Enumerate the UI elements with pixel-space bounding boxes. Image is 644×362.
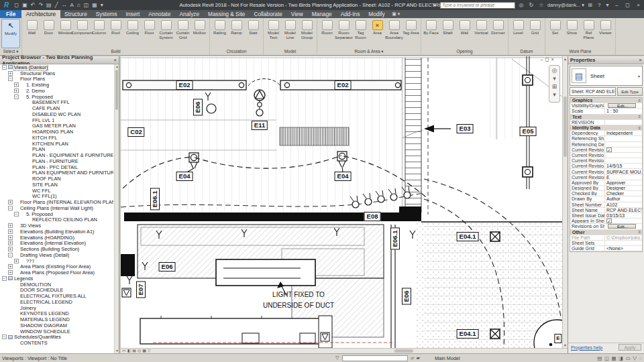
ribbon-group-label[interactable]: Build [23, 48, 208, 55]
property-value[interactable]: ✓ [606, 147, 612, 152]
apply-button[interactable]: Apply [619, 344, 641, 351]
electrical-tag[interactable]: E06 [193, 99, 203, 116]
property-value[interactable]: RCP AND ELECT... [605, 208, 642, 213]
tree-expander-icon[interactable]: + [8, 71, 13, 76]
tree-expander-icon[interactable]: − [2, 65, 7, 70]
ribbon-button[interactable]: Floor [141, 19, 158, 40]
property-row[interactable]: Appears In Shee... ✓ [570, 219, 642, 224]
ribbon-button[interactable]: Mullion [191, 19, 208, 40]
ribbon-button[interactable]: Stair [245, 19, 262, 40]
ribbon-tab[interactable]: Structure [60, 10, 92, 18]
tree-item[interactable]: + Elevations (Internal Elevation) [0, 241, 119, 247]
status-icon[interactable]: ◨ [619, 355, 623, 361]
electrical-tag[interactable]: E02 [176, 80, 193, 90]
property-value[interactable]: 1 : 50 [605, 109, 642, 113]
tree-expander-icon[interactable]: − [8, 253, 13, 257]
ribbon-group-label[interactable]: Room & Area ▾ [319, 48, 419, 55]
tree-item[interactable]: SITE PLAN [0, 182, 119, 188]
tree-item[interactable]: GAS METER PLAN [0, 123, 119, 129]
tree-item[interactable]: + 3D Views [0, 223, 119, 229]
property-value[interactable] [605, 120, 642, 125]
edit-type-button[interactable]: Edit Type [617, 87, 643, 96]
property-value[interactable]: Checker [605, 191, 642, 196]
status-icon[interactable]: ▭ [626, 355, 631, 361]
ribbon-tab[interactable]: Massing & Site [204, 10, 250, 18]
status-icon[interactable]: ▰ [416, 355, 419, 361]
electrical-tag[interactable]: E05 [520, 127, 537, 136]
tree-expander-icon[interactable]: − [2, 276, 7, 281]
property-row[interactable]: Sheet Issue Date 03/15/13 [570, 213, 642, 219]
tree-item[interactable]: − Views (Dankor) [0, 64, 119, 70]
navbar-icon[interactable]: ◎ [552, 67, 557, 74]
tree-item[interactable]: KITCH FFL [0, 135, 119, 141]
qat-icon[interactable]: ⌂ [75, 0, 82, 10]
workset-input[interactable] [342, 355, 408, 361]
property-value[interactable]: C:\Dropbox\jobs... [605, 235, 642, 240]
property-value[interactable]: Independent [605, 131, 642, 135]
vertical-scrollbar[interactable]: ▲ ▼ [562, 56, 568, 348]
view-control-icon[interactable]: ▭ [122, 348, 126, 353]
ribbon-group-label[interactable]: Datum [510, 48, 543, 55]
electrical-tag[interactable]: E06.1 [390, 228, 400, 250]
property-value[interactable]: Edit... [608, 224, 636, 229]
electrical-tag[interactable]: E06 [402, 288, 411, 305]
tree-item[interactable]: − 5. Proposed [0, 94, 119, 100]
qat-icon[interactable]: ╱ [53, 0, 60, 10]
infocenter-icon[interactable]: ? [596, 0, 602, 10]
electrical-tag[interactable]: E06.1 [150, 188, 160, 210]
property-value[interactable]: <None> [605, 246, 642, 251]
worksets-filter-icon[interactable]: ▽ [335, 355, 339, 361]
view-control-icon[interactable]: ▦ [142, 348, 146, 353]
property-row[interactable]: Visibility/Graphi... Edit... [570, 103, 642, 109]
tree-expander-icon[interactable]: + [8, 270, 13, 275]
ribbon-button[interactable]: Door [40, 19, 57, 40]
text-annotation[interactable]: LIGHT FIXED TO UNDERSIDE OF DUCT [263, 290, 334, 311]
ribbon-tab[interactable]: Modify [364, 10, 389, 18]
property-value[interactable]: 14/5/15 [605, 164, 642, 168]
tree-item[interactable]: MATERIALS LEGEND [0, 316, 119, 322]
ribbon-button[interactable]: Roof [107, 19, 124, 40]
close-button[interactable]: × [634, 2, 643, 8]
property-row[interactable]: Graphics [570, 98, 642, 103]
scroll-down-icon[interactable]: ▼ [115, 349, 119, 353]
view-window-icon[interactable]: ‒ [540, 56, 543, 62]
infocenter-icon[interactable]: ◎ [517, 0, 525, 10]
view-control-icon[interactable]: ▽ [148, 348, 151, 353]
view-control-icon[interactable]: ◧ [127, 348, 131, 353]
ribbon-tab[interactable]: Add-Ins [336, 10, 364, 18]
status-icon[interactable]: ▦ [611, 355, 616, 361]
ribbon-button[interactable]: Ceiling [124, 19, 141, 40]
property-row[interactable]: Checked By Checker [570, 191, 642, 196]
property-value[interactable] [605, 241, 642, 245]
tree-item[interactable]: − Floor Plans [0, 76, 119, 82]
tree-item[interactable]: REFLECTED CEILING PLAN [0, 217, 119, 223]
scroll-down-icon[interactable]: ▼ [563, 343, 568, 348]
tree-item[interactable]: + Floor Plans (INTERNAL ELEVATION PLAN) [0, 199, 119, 205]
tree-item[interactable]: PLAN - EQUIPMENT & FURNITURE [0, 152, 119, 158]
tree-expander-icon[interactable]: − [8, 206, 13, 210]
property-row[interactable]: Dependency Independent [570, 131, 642, 136]
revit-logo-icon[interactable]: R [2, 1, 11, 9]
qat-icon[interactable]: ↔ [60, 0, 68, 10]
tree-item[interactable]: + Area Plans (Existing Floor Area) [0, 264, 119, 270]
ribbon-button[interactable]: Viewer [597, 19, 614, 40]
infocenter-icon[interactable]: ↻ [527, 0, 535, 10]
ribbon-button[interactable]: Level [510, 19, 527, 40]
tree-item[interactable]: + Elevations (Building Elevation A1) [0, 229, 119, 235]
scroll-up-icon[interactable]: ▲ [115, 64, 119, 69]
ribbon-tab[interactable]: Annotate [144, 10, 175, 18]
tree-item[interactable]: − Legends [0, 276, 119, 282]
tree-item[interactable]: KEYNOTES LEGEND [0, 311, 119, 317]
tree-item[interactable]: ELECTRICAL LEGEND [0, 299, 119, 305]
qat-icon[interactable]: ▦ [91, 0, 99, 10]
hscroll-thumb[interactable] [394, 349, 413, 353]
tree-item[interactable]: − Schedules/Quantities [0, 335, 119, 341]
property-value[interactable]: A102 [605, 202, 642, 207]
property-row[interactable]: Revisions on Sh... Edit... [570, 224, 642, 229]
tree-item[interactable]: CONTENTS [0, 340, 119, 346]
property-row[interactable]: Current Revisio... ✓ [570, 147, 642, 153]
signin-user[interactable]: danny@dank... ▾ [547, 2, 584, 8]
tree-item[interactable]: ROOF PLAN [0, 176, 119, 182]
tree-item[interactable]: DISABLED WC PLAN [0, 111, 119, 117]
tree-expander-icon[interactable]: + [8, 241, 13, 245]
